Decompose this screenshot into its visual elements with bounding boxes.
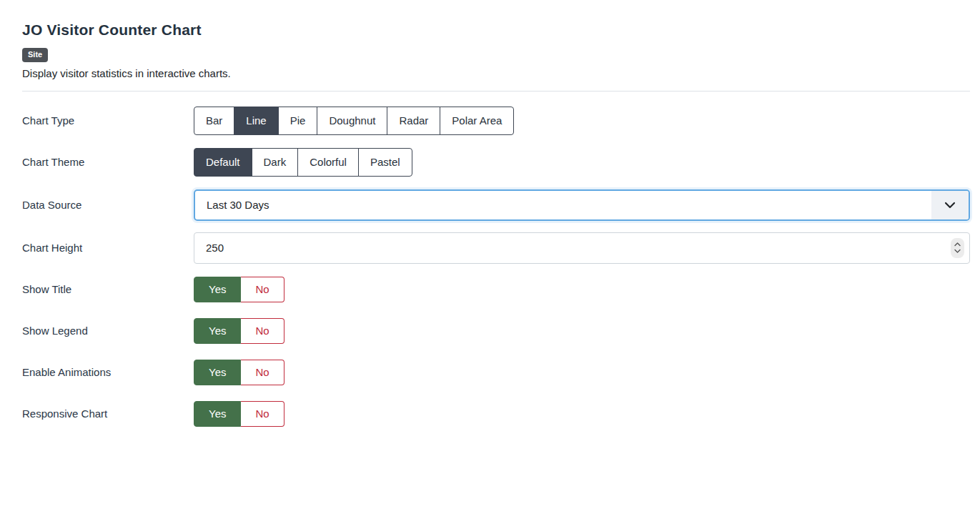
- enable-animations-label: Enable Animations: [22, 366, 194, 378]
- responsive-chart-no-button[interactable]: No: [241, 401, 284, 427]
- module-settings-panel: JO Visitor Counter Chart Site Display vi…: [0, 0, 980, 427]
- chart-theme-option-dark[interactable]: Dark: [252, 148, 299, 177]
- chart-height-label: Chart Height: [22, 242, 194, 254]
- chart-height-input[interactable]: [194, 232, 970, 264]
- chart-type-label: Chart Type: [22, 114, 194, 127]
- chart-type-option-radar[interactable]: Radar: [387, 107, 440, 135]
- enable-animations-yes-button[interactable]: Yes: [194, 360, 241, 385]
- show-title-label: Show Title: [22, 283, 194, 295]
- field-row-responsive-chart: Responsive Chart Yes No: [22, 401, 970, 427]
- module-description: Display visitor statistics in interactiv…: [22, 67, 970, 79]
- enable-animations-no-button[interactable]: No: [241, 360, 284, 385]
- chart-type-option-polar-area[interactable]: Polar Area: [440, 107, 514, 135]
- chart-theme-option-default[interactable]: Default: [194, 148, 252, 177]
- show-title-toggle: Yes No: [194, 277, 284, 302]
- field-row-show-title: Show Title Yes No: [22, 277, 970, 302]
- show-legend-label: Show Legend: [22, 325, 194, 337]
- chart-type-button-group: Bar Line Pie Doughnut Radar Polar Area: [194, 107, 514, 135]
- data-source-selected-value: Last 30 Days: [195, 199, 931, 211]
- data-source-select[interactable]: Last 30 Days: [194, 189, 970, 221]
- responsive-chart-toggle: Yes No: [194, 401, 284, 427]
- field-row-show-legend: Show Legend Yes No: [22, 318, 970, 344]
- chart-theme-label: Chart Theme: [22, 156, 194, 168]
- site-badge: Site: [22, 48, 48, 62]
- field-row-data-source: Data Source Last 30 Days: [22, 189, 970, 221]
- page-title: JO Visitor Counter Chart: [22, 21, 970, 39]
- field-row-chart-theme: Chart Theme Default Dark Colorful Pastel: [22, 148, 970, 177]
- enable-animations-toggle: Yes No: [194, 360, 284, 385]
- show-legend-no-button[interactable]: No: [241, 318, 284, 344]
- field-row-chart-height: Chart Height: [22, 232, 970, 264]
- field-row-enable-animations: Enable Animations Yes No: [22, 360, 970, 385]
- chart-type-option-pie[interactable]: Pie: [278, 107, 318, 135]
- chart-theme-option-pastel[interactable]: Pastel: [358, 148, 412, 177]
- number-stepper-icon[interactable]: [951, 238, 964, 258]
- field-row-chart-type: Chart Type Bar Line Pie Doughnut Radar P…: [22, 107, 970, 135]
- show-title-no-button[interactable]: No: [241, 277, 284, 302]
- show-title-yes-button[interactable]: Yes: [194, 277, 241, 302]
- show-legend-yes-button[interactable]: Yes: [194, 318, 241, 344]
- data-source-label: Data Source: [22, 199, 194, 211]
- chart-theme-option-colorful[interactable]: Colorful: [297, 148, 359, 177]
- divider: [22, 91, 970, 92]
- chart-type-option-bar[interactable]: Bar: [194, 107, 234, 135]
- chevron-down-icon: [931, 191, 969, 219]
- chart-type-option-line[interactable]: Line: [234, 107, 278, 135]
- responsive-chart-label: Responsive Chart: [22, 407, 194, 420]
- chart-theme-button-group: Default Dark Colorful Pastel: [194, 148, 412, 177]
- show-legend-toggle: Yes No: [194, 318, 284, 344]
- chart-type-option-doughnut[interactable]: Doughnut: [317, 107, 387, 135]
- responsive-chart-yes-button[interactable]: Yes: [194, 401, 241, 427]
